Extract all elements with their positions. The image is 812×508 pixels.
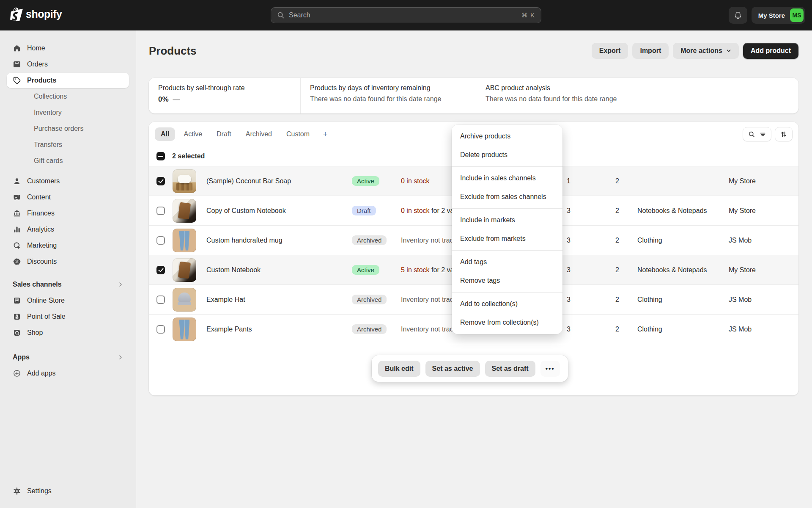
stock-warning: 0 in stock	[401, 177, 430, 185]
more-actions-button[interactable]: More actions	[673, 43, 739, 59]
sidebar-item-orders[interactable]: Orders	[7, 57, 129, 72]
product-name[interactable]: Example Hat	[206, 296, 352, 304]
product-name[interactable]: Custom Notebook	[206, 266, 352, 274]
search-icon	[277, 11, 285, 19]
product-name[interactable]: Example Pants	[206, 326, 352, 333]
product-name[interactable]: (Sample) Coconut Bar Soap	[206, 177, 352, 185]
storefront-icon	[13, 296, 21, 305]
stock-warning: 5 in stock	[401, 266, 430, 273]
sidebar-item-collections[interactable]: Collections	[7, 89, 129, 104]
status-badge: Active	[352, 176, 379, 186]
markets-count: 2	[608, 237, 630, 244]
row-checkbox[interactable]	[156, 207, 165, 215]
search-placeholder: Search	[289, 11, 310, 19]
row-checkbox[interactable]	[156, 295, 165, 304]
sidebar-item-purchase-orders[interactable]: Purchase orders	[7, 121, 129, 136]
add-product-button[interactable]: Add product	[743, 43, 798, 59]
sort-button[interactable]	[775, 127, 793, 141]
filter-icon	[759, 131, 766, 138]
shopify-logo[interactable]: shopify	[10, 7, 62, 21]
page-actions: Export Import More actions Add product	[592, 43, 798, 59]
sidebar-item-gift-cards[interactable]: Gift cards	[7, 153, 129, 168]
sidebar-item-analytics[interactable]: Analytics	[7, 222, 129, 237]
menu-divider	[452, 292, 562, 293]
sell-through-rate-card[interactable]: Products by sell-through rate 0% —	[149, 78, 300, 113]
search-filter-button[interactable]	[743, 127, 771, 141]
export-button[interactable]: Export	[592, 43, 628, 59]
sidebar-section-apps[interactable]: Apps	[7, 350, 129, 365]
stock-warning: 0 in stock	[401, 207, 430, 214]
menu-item-include-sales-channels[interactable]: Include in sales channels	[452, 169, 562, 188]
account-menu[interactable]: My Store MS	[752, 7, 805, 24]
sidebar-item-settings[interactable]: Settings	[7, 483, 129, 499]
menu-item-exclude-sales-channels[interactable]: Exclude from sales channels	[452, 188, 562, 206]
sidebar-item-home[interactable]: Home	[7, 41, 129, 56]
sidebar-item-products[interactable]: Products	[7, 73, 129, 88]
row-checkbox[interactable]	[156, 236, 165, 245]
sidebar-label: Settings	[27, 487, 52, 495]
tab-all[interactable]: All	[155, 127, 175, 141]
sidebar-item-inventory[interactable]: Inventory	[7, 105, 129, 120]
sidebar-item-add-apps[interactable]: Add apps	[7, 366, 129, 381]
import-button[interactable]: Import	[632, 43, 669, 59]
menu-item-include-markets[interactable]: Include in markets	[452, 211, 562, 229]
tab-active[interactable]: Active	[178, 127, 208, 141]
sidebar-label: Gift cards	[34, 157, 63, 165]
sidebar-label: Online Store	[27, 297, 65, 304]
product-name[interactable]: Copy of Custom Notebook	[206, 207, 352, 215]
menu-item-archive-products[interactable]: Archive products	[452, 127, 562, 146]
global-search-input[interactable]: Search ⌘ K	[271, 7, 541, 23]
sidebar-item-content[interactable]: Content	[7, 190, 129, 205]
notifications-button[interactable]	[729, 7, 747, 24]
product-thumbnail	[173, 258, 196, 282]
menu-divider	[452, 208, 562, 209]
row-checkbox[interactable]	[156, 325, 165, 334]
sidebar-item-discounts[interactable]: Discounts	[7, 254, 129, 269]
shopify-bag-icon	[10, 7, 23, 21]
sales-channels-count: 3	[559, 326, 608, 333]
chevron-down-icon	[726, 48, 731, 53]
days-of-inventory-card[interactable]: Products by days of inventory remaining …	[300, 78, 476, 113]
menu-item-remove-from-collections[interactable]: Remove from collection(s)	[452, 313, 562, 332]
selected-count: 2 selected	[172, 152, 205, 160]
trend-dash-icon: —	[173, 95, 180, 104]
set-as-active-button[interactable]: Set as active	[425, 361, 480, 377]
row-checkbox[interactable]	[156, 177, 165, 185]
sales-channels-count: 3	[559, 207, 608, 215]
pos-icon	[13, 312, 21, 321]
sidebar-label: Point of Sale	[27, 313, 66, 320]
set-as-draft-button[interactable]: Set as draft	[485, 361, 535, 377]
bulk-edit-button[interactable]: Bulk edit	[378, 361, 420, 377]
product-name[interactable]: Custom handcrafted mug	[206, 237, 352, 244]
add-view-button[interactable]: +	[318, 127, 332, 141]
sidebar-item-transfers[interactable]: Transfers	[7, 137, 129, 152]
more-bulk-actions-button[interactable]: •••	[540, 361, 560, 377]
bell-icon	[734, 11, 742, 19]
tab-custom[interactable]: Custom	[280, 127, 315, 141]
sidebar-item-marketing[interactable]: Marketing	[7, 238, 129, 253]
row-checkbox[interactable]	[156, 266, 165, 274]
sidebar-item-shop[interactable]: Shop	[7, 325, 129, 340]
tab-draft[interactable]: Draft	[211, 127, 237, 141]
home-icon	[13, 44, 21, 52]
markets-count: 2	[608, 177, 630, 185]
sidebar-item-point-of-sale[interactable]: Point of Sale	[7, 309, 129, 324]
sidebar-item-finances[interactable]: Finances	[7, 206, 129, 221]
page-header: Products Export Import More actions Add …	[149, 41, 798, 60]
menu-item-exclude-markets[interactable]: Exclude from markets	[452, 229, 562, 248]
menu-item-remove-tags[interactable]: Remove tags	[452, 271, 562, 290]
menu-item-add-tags[interactable]: Add tags	[452, 253, 562, 271]
stat-title: Products by days of inventory remaining	[310, 84, 466, 92]
sidebar-item-online-store[interactable]: Online Store	[7, 293, 129, 308]
select-all-checkbox[interactable]	[156, 152, 165, 160]
menu-item-add-to-collections[interactable]: Add to collection(s)	[452, 295, 562, 313]
tab-archived[interactable]: Archived	[240, 127, 278, 141]
abc-analysis-card[interactable]: ABC product analysis There was no data f…	[476, 78, 798, 113]
sidebar-item-customers[interactable]: Customers	[7, 174, 129, 189]
sidebar-section-sales-channels[interactable]: Sales channels	[7, 277, 129, 292]
tag-icon	[13, 76, 21, 85]
analytics-cards: Products by sell-through rate 0% — Produ…	[149, 78, 798, 113]
menu-item-delete-products[interactable]: Delete products	[452, 146, 562, 164]
shopify-wordmark: shopify	[26, 8, 62, 20]
sidebar-label: Add apps	[27, 370, 56, 377]
